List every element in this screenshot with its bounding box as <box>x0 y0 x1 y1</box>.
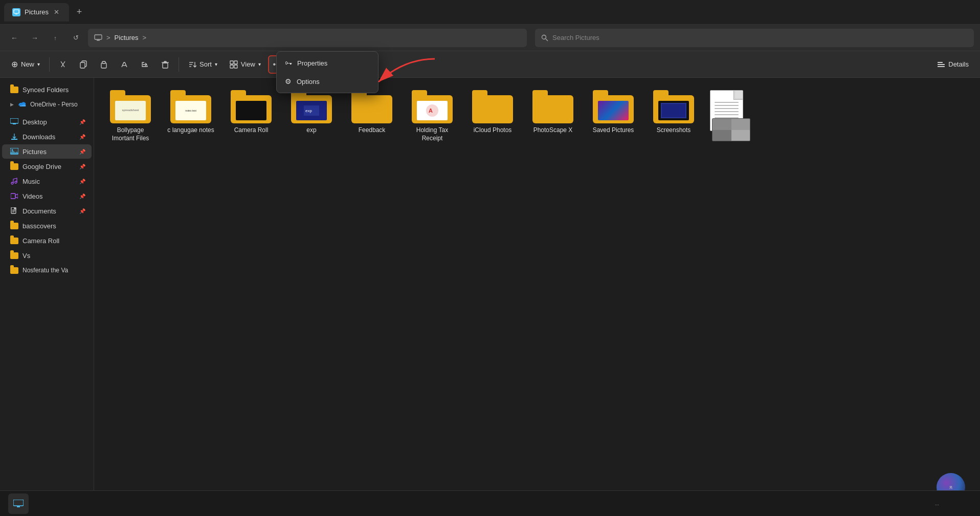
file-label-cameraroll: Camera Roll <box>234 126 269 135</box>
file-label-holdingtax: Holding Tax Receipt <box>408 126 456 142</box>
file-label-savedpictures: Saved Pictures <box>593 126 634 135</box>
main-layout: Synced Folders ▶ OneDrive - Perso Deskto… <box>0 78 980 516</box>
toolbar-separator-1 <box>49 57 50 72</box>
tab-close-button[interactable]: ✕ <box>53 8 61 16</box>
file-grid: spreadsheet Bollypage Imortant Files not… <box>102 86 972 146</box>
file-item-bollypage[interactable]: spreadsheet Bollypage Imortant Files <box>102 86 159 146</box>
sidebar-item-label: Desktop <box>23 118 47 126</box>
file-label-feedback: Feedback <box>359 126 386 135</box>
forward-button[interactable]: → <box>27 30 43 46</box>
sidebar-item-label: Vs <box>23 252 30 260</box>
sidebar-item-label: Google Drive <box>23 163 61 170</box>
desktop-icon <box>10 118 18 126</box>
sort-chevron: ▾ <box>215 61 217 67</box>
recent-button[interactable]: ↺ <box>68 30 84 46</box>
view-label: View <box>241 60 255 68</box>
svg-rect-2 <box>95 35 102 39</box>
copy-icon <box>79 60 87 69</box>
cut-button[interactable] <box>54 57 72 72</box>
file-label-exp: exp <box>306 126 316 135</box>
address-box[interactable]: > Pictures > <box>88 29 527 47</box>
sidebar-item-onedrive[interactable]: ▶ OneDrive - Perso <box>2 97 92 112</box>
svg-text:A: A <box>429 107 433 114</box>
svg-rect-11 <box>163 63 168 68</box>
folder-icon-bollypage: spreadsheet <box>110 90 151 123</box>
new-tab-button[interactable]: + <box>71 4 87 20</box>
file-item-exp[interactable]: exp exp <box>283 86 340 146</box>
svg-rect-18 <box>234 61 237 64</box>
search-icon <box>541 34 548 41</box>
file-item-clanguage[interactable]: notes text c langugae notes <box>163 86 219 146</box>
svg-rect-23 <box>938 66 945 67</box>
properties-menu-item[interactable]: 🗝 Properties <box>277 54 378 72</box>
new-button[interactable]: ⊕ New ▾ <box>6 56 45 72</box>
mosaic-image-file <box>712 118 750 141</box>
sidebar-item-documents[interactable]: Documents 📌 <box>2 204 92 218</box>
pin-icon-videos: 📌 <box>79 193 85 199</box>
options-menu-item[interactable]: ⚙ Options <box>277 72 378 91</box>
properties-icon: 🗝 <box>285 59 292 67</box>
folder-icon-icloud <box>472 90 513 123</box>
sidebar-item-synced-folders[interactable]: Synced Folders <box>2 82 92 97</box>
sidebar-item-nosferatu[interactable]: Nosferatu the Va <box>2 263 92 277</box>
file-item-savedpictures[interactable]: Saved Pictures <box>585 86 641 146</box>
svg-rect-25 <box>13 123 16 124</box>
sidebar-item-google-drive[interactable]: Google Drive 📌 <box>2 159 92 174</box>
svg-rect-0 <box>14 10 19 13</box>
file-item-cameraroll[interactable]: Camera Roll <box>223 86 279 146</box>
delete-button[interactable] <box>156 57 174 72</box>
view-button[interactable]: View ▾ <box>225 57 266 72</box>
svg-point-4 <box>542 35 546 39</box>
vs-folder-icon <box>10 251 18 260</box>
sidebar-item-camera-roll[interactable]: Camera Roll <box>2 233 92 248</box>
content-area: spreadsheet Bollypage Imortant Files not… <box>94 78 980 516</box>
file-item-photoscape[interactable]: PhotoScape X <box>525 86 581 146</box>
sidebar-item-label: OneDrive - Perso <box>30 101 78 108</box>
details-button[interactable]: Details <box>932 57 974 72</box>
file-item-screenshots[interactable]: Screenshots <box>645 86 702 146</box>
sidebar-item-downloads[interactable]: Downloads 📌 <box>2 130 92 144</box>
svg-rect-40 <box>662 104 685 117</box>
file-item-feedback[interactable]: Feedback <box>344 86 400 146</box>
pictures-icon <box>10 147 18 156</box>
music-icon <box>10 177 18 185</box>
sidebar-item-pictures[interactable]: Pictures 📌 <box>2 144 92 159</box>
tab-active[interactable]: Pictures ✕ <box>4 3 69 22</box>
sidebar-item-videos[interactable]: Videos 📌 <box>2 189 92 203</box>
folder-icon-screenshots <box>653 90 694 123</box>
search-box[interactable]: Search Pictures <box>535 29 974 47</box>
rename-button[interactable] <box>115 57 133 72</box>
toolbar: ⊕ New ▾ Sort ▾ View ▾ ••• Details <box>0 51 980 78</box>
back-button[interactable]: ← <box>6 30 23 46</box>
folder-icon-savedpictures <box>593 90 634 123</box>
sidebar-item-basscovers[interactable]: basscovers <box>2 219 92 233</box>
paste-button[interactable] <box>95 57 113 72</box>
sort-button[interactable]: Sort ▾ <box>183 57 222 72</box>
options-label: Options <box>297 78 320 85</box>
properties-label: Properties <box>297 59 327 67</box>
pin-icon-music: 📌 <box>79 179 85 184</box>
share-button[interactable] <box>136 57 154 72</box>
sidebar-item-desktop[interactable]: Desktop 📌 <box>2 115 92 129</box>
documents-icon <box>10 207 18 215</box>
svg-rect-20 <box>234 65 237 68</box>
onedrive-icon <box>18 100 26 109</box>
sidebar-item-label: Downloads <box>23 133 55 141</box>
file-item-document[interactable] <box>706 86 747 146</box>
copy-button[interactable] <box>74 57 93 72</box>
expand-icon: ▶ <box>10 102 14 107</box>
search-placeholder: Search Pictures <box>552 34 599 41</box>
sidebar-item-music[interactable]: Music 📌 <box>2 174 92 188</box>
file-item-holdingtax[interactable]: A Holding Tax Receipt <box>404 86 460 146</box>
file-item-icloud[interactable]: iCloud Photos <box>464 86 521 146</box>
downloads-icon <box>10 133 18 141</box>
pin-icon: 📌 <box>79 119 85 125</box>
svg-rect-24 <box>10 118 18 123</box>
rename-icon <box>120 60 128 69</box>
sidebar-item-vs[interactable]: Vs <box>2 248 92 263</box>
taskbar-app-icon[interactable] <box>8 493 29 514</box>
tab-app-icon <box>12 8 20 16</box>
up-button[interactable]: ↑ <box>47 30 63 46</box>
new-chevron: ▾ <box>37 61 40 67</box>
pin-icon-pictures: 📌 <box>79 149 85 155</box>
